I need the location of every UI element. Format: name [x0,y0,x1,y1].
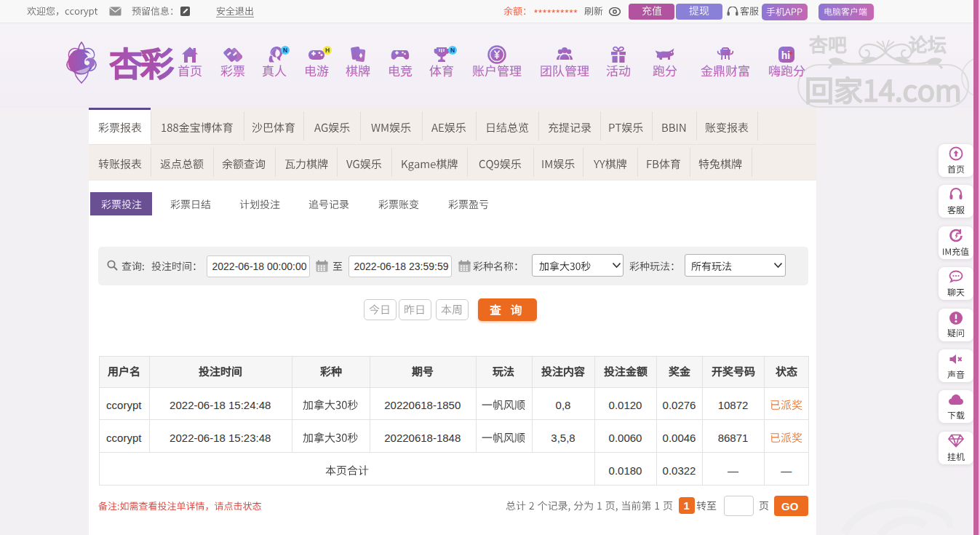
svg-text:N: N [283,47,287,54]
svg-text:hi: hi [781,49,790,61]
svg-text:H: H [325,47,330,54]
svg-text:N: N [450,47,455,54]
